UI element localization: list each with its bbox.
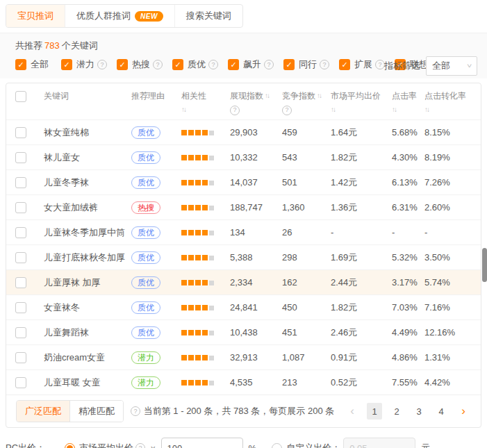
page-button-3[interactable]: 3 <box>411 403 427 420</box>
checked-checkbox-icon[interactable]: ✓ <box>15 59 26 70</box>
column-header-relevance[interactable]: 相关性↑↓ <box>181 90 230 115</box>
ctr-value: 7.55% <box>392 377 424 388</box>
row-checkbox[interactable] <box>15 277 26 288</box>
tab-search-keywords[interactable]: 搜索关键词 <box>174 5 242 27</box>
page-button-1[interactable]: 1 <box>367 403 382 420</box>
ctr-value: 3.17% <box>392 277 424 288</box>
help-icon[interactable]: ? <box>230 106 240 115</box>
checkbox-label: 飙升 <box>243 58 261 71</box>
help-icon[interactable]: ? <box>153 60 163 69</box>
checked-checkbox-icon[interactable]: ✓ <box>339 59 350 70</box>
competition-value: 543 <box>282 152 331 163</box>
relevance-bars <box>181 202 230 213</box>
metric-filter-select[interactable]: 全部 ˅ <box>426 56 477 76</box>
filter-checkbox-同行[interactable]: ✓同行? <box>283 58 329 71</box>
help-icon[interactable]: ? <box>97 60 107 69</box>
relevance-bars <box>181 252 230 263</box>
checked-checkbox-icon[interactable]: ✓ <box>117 59 128 70</box>
sort-icon[interactable]: ↑↓ <box>392 104 397 115</box>
help-icon[interactable]: ? <box>375 60 385 69</box>
column-label: 相关性 <box>181 90 206 101</box>
metric-filter: 指标筛选 全部 ˅ <box>384 56 477 76</box>
column-header-impression[interactable]: 展现指数↑↓? <box>230 90 282 115</box>
table-row: 儿童冬季袜质优14,0375011.42元6.13%7.26% <box>6 169 481 194</box>
column-header-price[interactable]: 市场平均出价↑↓ <box>331 90 392 115</box>
help-icon[interactable]: ? <box>264 60 274 69</box>
column-header-competition[interactable]: 竞争指数↑↓? <box>282 90 331 115</box>
keyword-text: 儿童冬季袜 <box>38 176 131 189</box>
impression-value: 32,913 <box>230 352 282 363</box>
ctr-value: 7.03% <box>392 302 424 313</box>
select-all-checkbox[interactable] <box>15 91 26 102</box>
page-button-2[interactable]: 2 <box>389 403 404 420</box>
filter-checkbox-潜力[interactable]: ✓潜力? <box>61 58 107 71</box>
column-label: 展现指数 <box>230 90 263 101</box>
row-checkbox[interactable] <box>15 177 26 188</box>
row-checkbox[interactable] <box>15 377 26 388</box>
sort-icon[interactable]: ↑↓ <box>424 104 430 115</box>
filter-checkbox-扩展[interactable]: ✓扩展? <box>339 58 385 71</box>
sort-icon[interactable]: ↑↓ <box>265 90 270 101</box>
next-page-icon[interactable]: › <box>456 403 471 420</box>
help-icon[interactable]: ? <box>320 60 329 69</box>
checkbox-label: 同行 <box>299 58 317 71</box>
custom-price-label: 自定义出价： <box>286 442 340 448</box>
sort-icon[interactable]: ↑↓ <box>331 104 336 115</box>
checked-checkbox-icon[interactable]: ✓ <box>283 59 295 70</box>
row-checkbox[interactable] <box>15 327 26 338</box>
competition-value: 501 <box>282 177 331 188</box>
row-checkbox[interactable] <box>15 202 26 213</box>
column-label: 点击转化率 <box>424 90 466 101</box>
filter-checkbox-热搜[interactable]: ✓热搜? <box>117 58 163 71</box>
exact-match-button[interactable]: 精准匹配 <box>70 401 123 422</box>
sort-icon[interactable]: ↑↓ <box>181 104 187 115</box>
page-button-4[interactable]: 4 <box>434 403 449 420</box>
row-checkbox[interactable] <box>15 227 26 238</box>
market-price-label: 市场平均出价 <box>79 442 133 448</box>
tab-audience-keywords[interactable]: 优质人群推词 NEW <box>65 5 174 27</box>
help-icon[interactable]: ? <box>135 443 145 448</box>
checked-checkbox-icon[interactable]: ✓ <box>228 59 239 70</box>
reason-badge: 质优 <box>131 126 160 139</box>
custom-price-radio[interactable] <box>272 443 282 448</box>
filter-checkbox-全部[interactable]: ✓全部 <box>15 58 51 71</box>
competition-value: 451 <box>282 327 331 338</box>
table-row: 儿童打底袜秋冬加厚质优5,3882981.69元5.32%3.50% <box>6 244 481 269</box>
row-checkbox[interactable] <box>15 152 26 163</box>
filter-checkbox-飙升[interactable]: ✓飙升? <box>228 58 274 71</box>
row-checkbox[interactable] <box>15 252 26 263</box>
market-price-radio[interactable] <box>65 443 75 448</box>
row-checkbox[interactable] <box>15 302 26 313</box>
summary-prefix: 共推荐 <box>15 40 42 51</box>
broad-match-button[interactable]: 广泛匹配 <box>17 401 70 422</box>
relevance-bars <box>181 377 230 388</box>
checked-checkbox-icon[interactable]: ✓ <box>61 59 72 70</box>
impression-value: 2,334 <box>230 277 282 288</box>
help-icon[interactable]: ? <box>282 106 292 115</box>
help-icon[interactable]: ? <box>131 406 140 416</box>
column-header-cvr[interactable]: 点击转化率↑↓ <box>424 90 482 115</box>
pc-bid-row: PC出价： 市场平均出价 ? x % 自定义出价： 元 <box>6 438 487 448</box>
keyword-text: 儿童打底袜秋冬加厚 <box>38 251 131 264</box>
checked-checkbox-icon[interactable]: ✓ <box>172 59 183 70</box>
keyword-text: 袜儿童女 <box>38 151 131 164</box>
percent-input[interactable] <box>161 438 243 448</box>
keyword-text: 儿童厚袜 加厚 <box>38 276 131 289</box>
table-body: 袜女童纯棉质优29,9034591.64元5.68%8.15%袜儿童女质优10,… <box>6 119 481 395</box>
scrollbar-thumb[interactable] <box>482 248 487 282</box>
filter-checkbox-质优[interactable]: ✓质优? <box>172 58 218 71</box>
cvr-value: - <box>424 227 482 238</box>
keyword-text: 儿童舞蹈袜 <box>38 326 131 339</box>
help-icon[interactable]: ? <box>208 60 218 69</box>
prev-page-icon[interactable]: ‹ <box>345 403 360 420</box>
custom-price-input[interactable] <box>343 438 415 448</box>
row-checkbox[interactable] <box>15 352 26 363</box>
competition-value: 1,360 <box>282 202 331 213</box>
keyword-text: 女童袜冬 <box>38 301 131 314</box>
ctr-value: 6.31% <box>392 202 424 213</box>
table-row: 女大童加绒裤热搜188,7471,3601.36元6.31%2.60% <box>6 194 481 219</box>
row-checkbox[interactable] <box>15 127 26 138</box>
sort-icon[interactable]: ↑↓ <box>317 90 322 101</box>
tab-product-keywords[interactable]: 宝贝推词 <box>6 5 65 27</box>
column-header-ctr[interactable]: 点击率↑↓ <box>392 90 424 115</box>
